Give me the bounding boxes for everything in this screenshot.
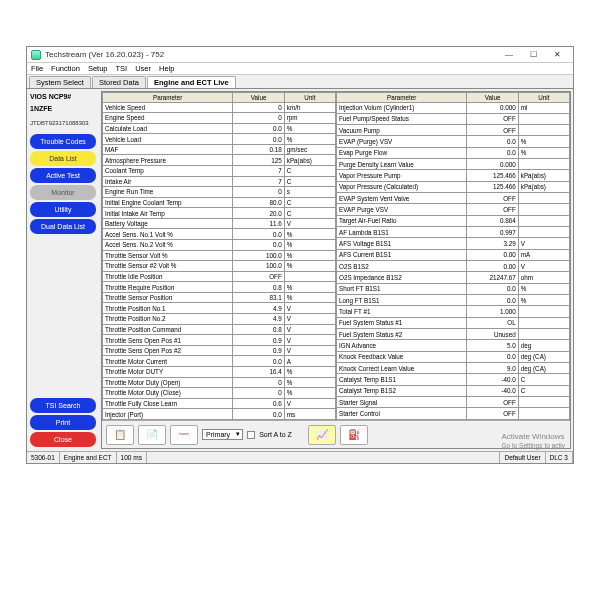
table-row[interactable]: Intake Air7C <box>103 176 336 187</box>
statusbar: 5306-01 Engine and ECT 100 ms Default Us… <box>27 451 573 463</box>
table-row[interactable]: Evap Purge Flow0.0% <box>337 147 570 158</box>
col-value[interactable]: Value <box>467 93 518 103</box>
table-row[interactable]: Short FT B1S10.0% <box>337 283 570 294</box>
sort-checkbox[interactable] <box>247 431 255 439</box>
col-unit[interactable]: Unit <box>518 93 569 103</box>
detail-view-icon[interactable]: 📄 <box>138 425 166 445</box>
trouble-codes-button[interactable]: Trouble Codes <box>30 134 96 149</box>
table-row[interactable]: Throttle Motor Duty (Close)0% <box>103 388 336 399</box>
col-parameter[interactable]: Parameter <box>337 93 467 103</box>
table-row[interactable]: Long FT B1S10.0% <box>337 295 570 306</box>
table-row[interactable]: AFS Current B1S10.00mA <box>337 249 570 260</box>
maximize-button[interactable]: ☐ <box>521 48 545 62</box>
tab-stored-data[interactable]: Stored Data <box>92 76 146 88</box>
table-row[interactable]: Battery Voltage11.6V <box>103 218 336 229</box>
table-row[interactable]: Vapor Pressure Pump125.466kPa(abs) <box>337 170 570 181</box>
table-row[interactable]: EVAP Purge VSVOFF <box>337 204 570 215</box>
close-window-button[interactable]: ✕ <box>545 48 569 62</box>
graph-icon[interactable]: 📈 <box>308 425 336 445</box>
param-cell: Throttle Idle Position <box>103 271 233 282</box>
table-row[interactable]: Fuel System Status #1OL <box>337 317 570 328</box>
table-row[interactable]: Throttle Sensor #2 Volt %100.0% <box>103 261 336 272</box>
table-row[interactable]: Throttle Idle PositionOFF <box>103 271 336 282</box>
table-row[interactable]: AFS Voltage B1S13.29V <box>337 238 570 249</box>
unit-cell: V <box>284 324 335 335</box>
table-row[interactable]: Accel Sens. No.2 Volt %0.0% <box>103 240 336 251</box>
table-row[interactable]: Total FT #11.000 <box>337 306 570 317</box>
table-row[interactable]: Throttle Motor Duty (Open)0% <box>103 377 336 388</box>
table-row[interactable]: Vacuum PumpOFF <box>337 125 570 136</box>
table-row[interactable]: Throttle Require Position0.8% <box>103 282 336 293</box>
table-row[interactable]: Engine Run Time0s <box>103 187 336 198</box>
table-row[interactable]: Throttle Sensor Volt %100.0% <box>103 250 336 261</box>
utility-button[interactable]: Utility <box>30 202 96 217</box>
print-button[interactable]: Print <box>30 415 96 430</box>
table-row[interactable]: MAF0.18gm/sec <box>103 144 336 155</box>
menu-tsi[interactable]: TSI <box>115 64 127 73</box>
table-row[interactable]: Purge Density Learn Value0.000 <box>337 159 570 170</box>
menu-user[interactable]: User <box>135 64 151 73</box>
table-row[interactable]: Vehicle Load0.0% <box>103 134 336 145</box>
fuel-icon[interactable]: ⛽ <box>340 425 368 445</box>
table-row[interactable]: Calculate Load0.0% <box>103 123 336 134</box>
table-row[interactable]: O2S Impedance B1S221247.67ohm <box>337 272 570 283</box>
col-parameter[interactable]: Parameter <box>103 93 233 103</box>
table-row[interactable]: Throttle Position No.14.9V <box>103 303 336 314</box>
table-row[interactable]: Throttle Sensor Position83.1% <box>103 292 336 303</box>
menu-file[interactable]: File <box>31 64 43 73</box>
list-view-icon[interactable]: 📋 <box>106 425 134 445</box>
table-row[interactable]: IGN Advance5.0deg <box>337 340 570 351</box>
activate-windows: Activate Windows Go to Settings to activ <box>501 433 565 449</box>
value-cell: 0.8 <box>233 324 284 335</box>
monitor-button[interactable]: Monitor <box>30 185 96 200</box>
data-list-button[interactable]: Data List <box>30 151 96 166</box>
active-test-button[interactable]: Active Test <box>30 168 96 183</box>
table-row[interactable]: O2S B1S20.00V <box>337 261 570 272</box>
col-value[interactable]: Value <box>233 93 284 103</box>
view-dropdown[interactable]: Primary <box>202 429 243 440</box>
close-button[interactable]: Close <box>30 432 96 447</box>
tsi-search-button[interactable]: TSI Search <box>30 398 96 413</box>
value-cell: 5.0 <box>467 340 518 351</box>
minimize-button[interactable]: — <box>497 48 521 62</box>
menu-help[interactable]: Help <box>159 64 174 73</box>
table-row[interactable]: Injector (Port)0.0ms <box>103 409 336 420</box>
table-row[interactable]: Initial Intake Air Temp20.0C <box>103 208 336 219</box>
table-row[interactable]: Throttle Sens Open Pos #20.9V <box>103 345 336 356</box>
table-row[interactable]: Throttle Position No.24.9V <box>103 314 336 325</box>
dual-data-list-button[interactable]: Dual Data List <box>30 219 96 234</box>
value-cell: OFF <box>467 204 518 215</box>
chart-red-icon[interactable]: 〰 <box>170 425 198 445</box>
table-row[interactable]: Atmosphere Pressure125kPa(abs) <box>103 155 336 166</box>
table-row[interactable]: Injection Volum (Cylinder1)0.000ml <box>337 102 570 113</box>
table-row[interactable]: Throttle Fully Close Learn0.6V <box>103 398 336 409</box>
table-row[interactable]: Accel Sens. No.1 Volt %0.0% <box>103 229 336 240</box>
table-row[interactable]: Throttle Sens Open Pos #10.9V <box>103 335 336 346</box>
table-row[interactable]: Fuel System Status #2Unused <box>337 329 570 340</box>
table-row[interactable]: Knock Feedback Value0.0deg (CA) <box>337 351 570 362</box>
table-row[interactable]: Vehicle Speed0km/h <box>103 102 336 113</box>
table-row[interactable]: Vapor Pressure (Calculated)125.466kPa(ab… <box>337 181 570 192</box>
table-row[interactable]: Engine Speed0rpm <box>103 113 336 124</box>
menu-function[interactable]: Function <box>51 64 80 73</box>
table-row[interactable]: EVAP System Vent ValveOFF <box>337 193 570 204</box>
table-row[interactable]: Throttle Motor DUTY16.4% <box>103 366 336 377</box>
table-row[interactable]: Catalyst Temp B1S1-40.0C <box>337 374 570 385</box>
table-row[interactable]: Coolant Temp7C <box>103 165 336 176</box>
col-unit[interactable]: Unit <box>284 93 335 103</box>
table-row[interactable]: Throttle Position Command0.8V <box>103 324 336 335</box>
table-row[interactable]: Knock Correct Learn Value9.0deg (CA) <box>337 363 570 374</box>
tab-engine-ect-live[interactable]: Engine and ECT Live <box>147 76 236 88</box>
table-row[interactable]: EVAP (Purge) VSV0.0% <box>337 136 570 147</box>
table-row[interactable]: Starter ControlOFF <box>337 408 570 420</box>
table-row[interactable]: Starter SignalOFF <box>337 397 570 408</box>
table-row[interactable]: AF Lambda B1S10.997 <box>337 227 570 238</box>
table-row[interactable]: Target Air-Fuel Ratio0.864 <box>337 215 570 226</box>
table-row[interactable]: Catalyst Temp B1S2-40.0C <box>337 385 570 396</box>
value-cell: 0.0 <box>233 123 284 134</box>
table-row[interactable]: Throttle Motor Current0.0A <box>103 356 336 367</box>
table-row[interactable]: Fuel Pump/Speed StatusOFF <box>337 113 570 124</box>
tab-system-select[interactable]: System Select <box>29 76 91 88</box>
table-row[interactable]: Initial Engine Coolant Temp80.0C <box>103 197 336 208</box>
menu-setup[interactable]: Setup <box>88 64 108 73</box>
